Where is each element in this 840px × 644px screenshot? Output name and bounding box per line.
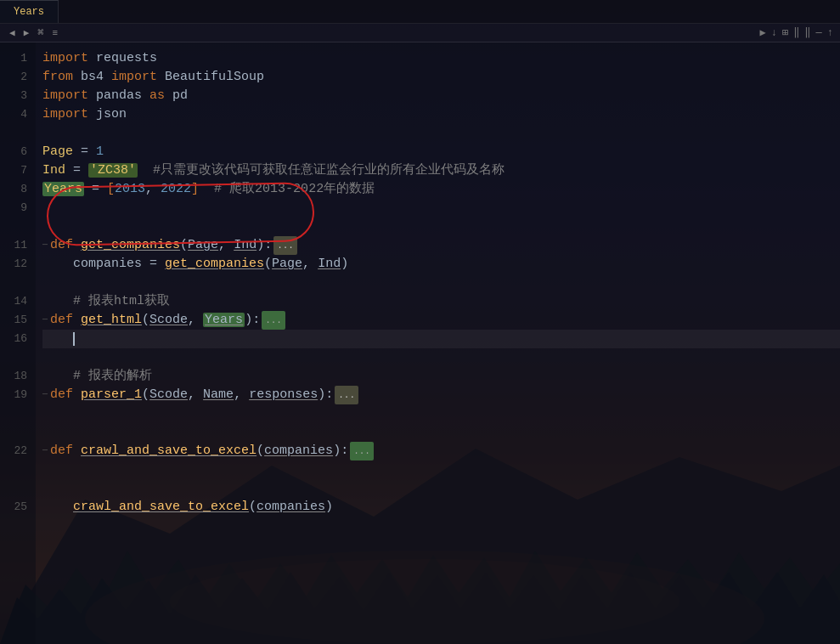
- code-line-16-cursor: [42, 330, 840, 348]
- toolbar-split-icon[interactable]: ‖: [793, 26, 799, 39]
- var-years: Years: [42, 180, 84, 199]
- code-line-10-blank: [42, 217, 840, 236]
- ln-8: 8: [0, 180, 27, 199]
- comma-2: ,: [218, 236, 234, 255]
- ellipsis-1: ...: [273, 236, 297, 255]
- ln-14: 14: [0, 292, 27, 311]
- kw-def-3: def: [50, 386, 73, 404]
- ln-10: [0, 217, 27, 236]
- code-line-7: Ind = 'ZC38' #只需更改该代码可获取任意证监会行业的所有企业代码及名…: [42, 161, 840, 180]
- toolbar-menu[interactable]: ≡: [49, 28, 60, 38]
- mod-bs4: bs4: [73, 68, 111, 87]
- alias-pd: pd: [165, 87, 188, 105]
- param-ind: Ind: [234, 236, 257, 255]
- str-zc38: 'ZC38': [88, 161, 138, 180]
- code-line-22: ─ def crawl_and_save_to_excel ( companie…: [42, 442, 840, 460]
- toolbar-min-icon[interactable]: —: [816, 27, 822, 39]
- ln-15: 15: [0, 311, 27, 330]
- num-2013: 2013: [115, 180, 145, 199]
- paren-2: ): [257, 236, 264, 255]
- ln-11: 11: [0, 236, 27, 255]
- code-line-8: Years = [ 2013 , 2022 ] # 爬取2013-2022年的数…: [42, 180, 840, 199]
- comma-5: ,: [188, 386, 203, 404]
- code-content[interactable]: import requests from bs4 import Beautifu…: [36, 42, 840, 644]
- ln-4: 4: [0, 105, 27, 124]
- toolbar-run-icon[interactable]: ▶: [759, 26, 765, 39]
- paren-11: (: [249, 498, 257, 517]
- code-line-4: import json: [42, 105, 840, 124]
- kw-import-1: import: [42, 49, 88, 68]
- toolbar-reformat[interactable]: ⌘: [35, 26, 46, 39]
- tab-bar: Years: [0, 0, 840, 24]
- mod-requests: requests: [88, 49, 157, 68]
- ln-9: 9: [0, 199, 27, 217]
- cmt-html: # 报表html获取: [73, 292, 170, 311]
- op-eq-3: =: [84, 180, 107, 199]
- param-companies: companies: [264, 442, 333, 460]
- code-line-12: companies = get_companies ( Page , Ind ): [42, 255, 840, 274]
- code-line-9-blank: [42, 199, 840, 217]
- code-line-25: crawl_and_save_to_excel ( companies ): [42, 498, 840, 517]
- code-line-18: # 报表的解析: [42, 367, 840, 386]
- comma-3: ,: [302, 255, 318, 274]
- fold-icon-1[interactable]: ─: [42, 236, 48, 255]
- kw-def-1: def: [50, 236, 73, 255]
- ln-5: [0, 124, 27, 143]
- ln-25: 25: [0, 498, 27, 517]
- toolbar: ◀ ▶ ⌘ ≡ ▶ ↓ ⊞ ‖ ‖ — ↑: [0, 24, 840, 42]
- cmt-ind: #只需更改该代码可获取任意证监会行业的所有企业代码及名称: [138, 161, 505, 180]
- ln-19: 19: [0, 386, 27, 404]
- comma-4: ,: [188, 311, 203, 330]
- code-line-3: import pandas as pd: [42, 87, 840, 105]
- op-eq-4: =: [142, 255, 165, 274]
- paren-4: ): [341, 255, 348, 274]
- kw-as: as: [149, 87, 165, 105]
- param-years-1: Years: [203, 311, 245, 330]
- paren-9: (: [257, 442, 264, 460]
- num-2022: 2022: [161, 180, 191, 199]
- param-page: Page: [188, 236, 218, 255]
- code-line-2: from bs4 import BeautifulSoup: [42, 68, 840, 87]
- comma-1: ,: [145, 180, 161, 199]
- toolbar-up-icon[interactable]: ↑: [827, 27, 833, 39]
- code-editor: Years ◀ ▶ ⌘ ≡ ▶ ↓ ⊞ ‖ ‖ — ↑ 1 2 3 4 6 7 …: [0, 0, 840, 644]
- paren-1: (: [180, 236, 188, 255]
- ln-7: 7: [0, 161, 27, 180]
- mod-json: json: [88, 105, 127, 124]
- paren-12: ): [325, 498, 333, 517]
- fold-icon-2[interactable]: ─: [42, 311, 48, 330]
- toolbar-layout-icon[interactable]: ⊞: [782, 26, 788, 39]
- toolbar-debug-icon[interactable]: ↓: [771, 27, 777, 39]
- kw-from: from: [42, 68, 73, 87]
- ln-17: [0, 348, 27, 367]
- comma-6: ,: [234, 386, 249, 404]
- ln-23: [0, 460, 27, 479]
- paren-6: ): [245, 311, 252, 330]
- code-line-5-blank: [42, 124, 840, 143]
- arg-companies: companies: [257, 498, 325, 517]
- param-name: Name: [203, 386, 234, 404]
- toolbar-right: ▶ ↓ ⊞ ‖ ‖ — ↑: [759, 26, 833, 39]
- line-numbers: 1 2 3 4 6 7 8 9 11 12 14 15 16 18 19 22: [0, 42, 36, 644]
- code-line-17-blank: [42, 348, 840, 367]
- cursor-caret: [73, 332, 75, 346]
- fold-icon-4[interactable]: ─: [42, 442, 48, 460]
- code-line-1: import requests: [42, 49, 840, 68]
- bracket-open: [: [107, 180, 115, 199]
- ln-18: 18: [0, 367, 27, 386]
- tab-active[interactable]: Years: [0, 0, 59, 23]
- toolbar-split2-icon[interactable]: ‖: [804, 26, 810, 39]
- toolbar-back[interactable]: ◀: [7, 27, 18, 38]
- arg-page: Page: [272, 255, 302, 274]
- code-line-23-blank: [42, 460, 840, 479]
- ln-3: 3: [0, 87, 27, 105]
- kw-def-4: def: [50, 442, 73, 460]
- fold-icon-3[interactable]: ─: [42, 386, 48, 404]
- op-eq-1: =: [73, 143, 96, 161]
- colon-1: :: [264, 236, 272, 255]
- kw-import-3: import: [42, 87, 88, 105]
- toolbar-forward[interactable]: ▶: [21, 27, 32, 38]
- fn-get-companies-call: get_companies: [165, 255, 264, 274]
- fn-crawl-call: crawl_and_save_to_excel: [73, 498, 249, 517]
- param-scode-2: Scode: [149, 386, 188, 404]
